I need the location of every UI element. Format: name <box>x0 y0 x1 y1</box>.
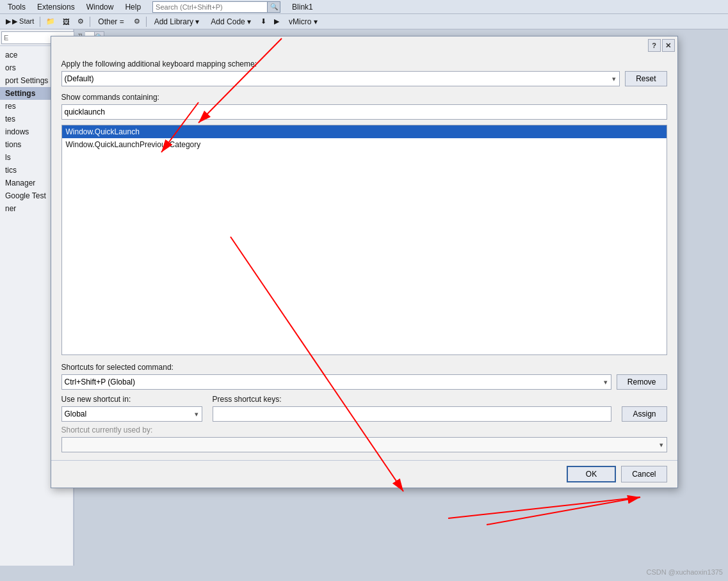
assign-button[interactable]: Assign <box>622 406 667 422</box>
use-shortcut-label: Use new shortcut in: <box>61 395 202 404</box>
command-item-0[interactable]: Window.QuickLaunch <box>62 125 667 138</box>
shortcuts-row: Ctrl+Shift+P (Global) Remove <box>61 374 667 390</box>
other-label[interactable]: Other = <box>93 16 129 28</box>
gear-icon: ⚙ <box>134 17 140 26</box>
run-icon: ▶ <box>274 17 279 26</box>
tab-blink1[interactable]: Blink1 <box>292 3 313 12</box>
menu-extensions[interactable]: Extensions <box>32 1 80 13</box>
play-icon: ▶ <box>6 17 11 26</box>
menu-bar: Tools Extensions Window Help 🔍 Blink1 <box>0 0 728 14</box>
toolbar-sep-3 <box>146 17 147 27</box>
press-keys-input[interactable] <box>213 406 612 422</box>
vmicro-btn[interactable]: vMicro ▾ <box>284 16 323 28</box>
menu-help[interactable]: Help <box>120 1 146 13</box>
close-button[interactable]: ✕ <box>662 39 675 52</box>
mapping-select-wrapper: (Default) <box>61 71 620 86</box>
currently-used-select[interactable] <box>61 437 667 452</box>
icon-2: 🖼 <box>63 18 70 26</box>
download-icon: ⬇ <box>261 17 266 26</box>
start-label: ▶ Start <box>12 17 34 26</box>
toolbar-icon-btn-3[interactable]: ⚙ <box>74 15 87 28</box>
start-button[interactable]: ▶ ▶ Start <box>3 15 37 28</box>
remove-button[interactable]: Remove <box>617 374 667 390</box>
command-item-1[interactable]: Window.QuickLaunchPreviousCategory <box>62 138 667 151</box>
add-library-btn[interactable]: Add Library ▾ <box>149 16 205 28</box>
press-keys-col: Press shortcut keys: <box>213 395 612 422</box>
gear-button[interactable]: ⚙ <box>131 15 143 28</box>
download-icon-btn[interactable]: ⬇ <box>257 15 270 28</box>
mapping-select[interactable]: (Default) <box>61 71 620 86</box>
keyboard-dialog: ? ✕ Apply the following additional keybo… <box>51 36 678 488</box>
commands-list[interactable]: Window.QuickLaunch Window.QuickLaunchPre… <box>61 125 667 355</box>
add-code-btn[interactable]: Add Code ▾ <box>206 16 256 28</box>
toolbar-sep-1 <box>40 17 40 27</box>
toolbar-icon-btn-2[interactable]: 🖼 <box>60 15 73 28</box>
reset-button[interactable]: Reset <box>625 71 667 86</box>
currently-used-wrapper <box>61 437 667 452</box>
press-keys-label: Press shortcut keys: <box>213 395 612 404</box>
toolbar-row1: ▶ ▶ Start 📁 🖼 ⚙ Other = ⚙ Add Library ▾ … <box>0 14 728 29</box>
icon-3: ⚙ <box>77 17 84 26</box>
menu-search-input[interactable] <box>152 1 268 13</box>
toolbar-icon-btn-1[interactable]: 📁 <box>43 15 58 28</box>
watermark: CSDN @xuchaoxin1375 <box>647 568 723 576</box>
ok-button[interactable]: OK <box>567 466 616 482</box>
dialog-overlay: ? ✕ Apply the following additional keybo… <box>0 29 728 566</box>
dialog-footer: OK Cancel <box>51 460 677 488</box>
shortcut-select[interactable]: Ctrl+Shift+P (Global) <box>61 374 611 390</box>
new-shortcut-row: Use new shortcut in: Global Press shortc… <box>61 395 667 422</box>
mapping-scheme-row: (Default) Reset <box>61 71 667 86</box>
menu-search-area: 🔍 <box>152 1 280 13</box>
icon-1: 📁 <box>46 17 55 26</box>
currently-used-label: Shortcut currently used by: <box>61 426 667 434</box>
commands-filter-input[interactable] <box>61 104 667 120</box>
use-shortcut-select[interactable]: Global <box>61 406 202 422</box>
shortcut-select-wrapper: Ctrl+Shift+P (Global) <box>61 374 611 390</box>
main-layout: 🔍 ace ors port Settings Settings res tes… <box>0 29 728 566</box>
show-commands-label: Show commands containing: <box>61 93 667 102</box>
dialog-content: Apply the following additional keyboard … <box>51 52 677 460</box>
toolbar-sep-2 <box>90 17 90 27</box>
menu-window[interactable]: Window <box>81 1 119 13</box>
menu-search-button[interactable]: 🔍 <box>268 1 280 13</box>
mapping-scheme-label: Apply the following additional keyboard … <box>61 60 667 68</box>
cancel-button[interactable]: Cancel <box>621 466 667 482</box>
menu-tools[interactable]: Tools <box>3 1 31 13</box>
run-icon-btn[interactable]: ▶ <box>271 15 282 28</box>
use-shortcut-select-wrapper: Global <box>61 406 202 422</box>
shortcuts-label: Shortcuts for selected command: <box>61 363 667 372</box>
help-button[interactable]: ? <box>648 39 661 52</box>
use-shortcut-col: Use new shortcut in: Global <box>61 395 202 422</box>
